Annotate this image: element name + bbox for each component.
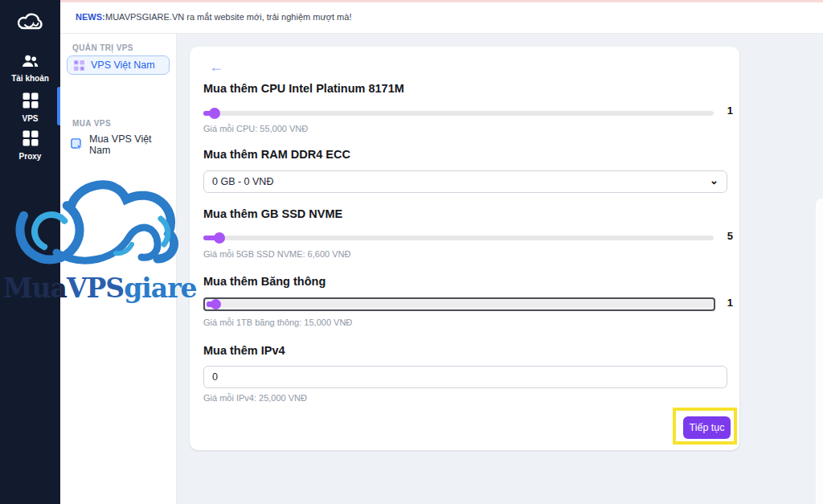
ssd-slider[interactable] <box>203 232 714 244</box>
cpu-value: 1 <box>710 104 733 117</box>
news-label: NEWS: <box>76 12 105 22</box>
highlight-annotation-box: Tiếp tục <box>673 408 737 445</box>
bandwidth-slider-thumb[interactable] <box>211 299 221 309</box>
app-window: Tài khoản VPS <box>0 0 823 504</box>
sidebar-item-vps[interactable]: VPS <box>0 92 60 123</box>
ram-selected-option: 0 GB - 0 VNĐ <box>212 176 273 187</box>
click-select-icon <box>71 138 84 151</box>
bandwidth-slider[interactable] <box>203 297 715 311</box>
ipv4-price-caption: Giá mỗi IPv4: 25,000 VNĐ <box>203 393 307 403</box>
cpu-slider-track[interactable] <box>203 111 714 116</box>
ipv4-section-title: Mua thêm IPv4 <box>203 344 285 357</box>
nav-section-title: QUẢN TRỊ VPS <box>72 43 133 52</box>
ram-section-title: Mua thêm RAM DDR4 ECC <box>203 148 350 161</box>
ipv4-quantity-input[interactable] <box>203 366 727 388</box>
ssd-section-title: Mua thêm GB SSD NVME <box>203 207 342 220</box>
sidebar-item-label: VPS <box>0 114 60 123</box>
nav-section-title: MUA VPS <box>72 119 111 128</box>
sidebar-item-label: Proxy <box>0 152 60 161</box>
bandwidth-price-caption: Giá mỗi 1TB băng thông: 15,000 VNĐ <box>203 318 352 327</box>
nav-item-label: VPS Việt Nam <box>91 59 155 71</box>
icon-sidebar: Tài khoản VPS <box>0 0 60 504</box>
ssd-value: 5 <box>710 230 733 242</box>
chevron-down-icon: ⌄ <box>710 174 719 186</box>
bandwidth-slider-track[interactable] <box>207 301 712 307</box>
cpu-slider[interactable] <box>203 108 714 119</box>
sidebar-active-indicator <box>57 87 60 125</box>
cpu-slider-thumb[interactable] <box>209 108 220 119</box>
grid-chip-icon <box>73 59 85 72</box>
ram-select[interactable]: 0 GB - 0 VNĐ ⌄ <box>203 170 727 193</box>
top-accent-strip <box>60 0 823 2</box>
back-arrow-icon[interactable]: ← <box>209 59 223 74</box>
cpu-price-caption: Giá mỗi CPU: 55,000 VNĐ <box>203 124 308 133</box>
users-icon <box>21 55 39 72</box>
bandwidth-value: 1 <box>710 297 733 309</box>
right-panel-edge <box>816 199 823 504</box>
nav-item-label: Mua VPS Việt Nam <box>89 133 170 156</box>
grid-icon <box>23 130 39 150</box>
nav-item-vps-vietnam[interactable]: VPS Việt Nam <box>67 55 170 75</box>
sidebar-item-account[interactable]: Tài khoản <box>0 55 60 83</box>
sidebar-item-proxy[interactable]: Proxy <box>0 130 60 161</box>
ssd-price-caption: Giá mỗi 5GB SSD NVME: 6,600 VNĐ <box>203 249 350 259</box>
sidebar-item-label: Tài khoản <box>0 74 60 83</box>
upgrade-form-card: ← Mua thêm CPU Intel Platinum 8171M 1 Gi… <box>190 47 739 450</box>
continue-button[interactable]: Tiếp tục <box>683 416 731 439</box>
nav-panel: QUẢN TRỊ VPS VPS Việt Nam MUA VPS <box>60 34 177 504</box>
news-bar: NEWS: MUAVPSGIARE.VN ra mắt website mới,… <box>60 0 823 34</box>
grid-icon <box>23 92 39 112</box>
ssd-slider-thumb[interactable] <box>214 232 225 244</box>
cpu-section-title: Mua thêm CPU Intel Platinum 8171M <box>203 82 404 95</box>
bandwidth-section-title: Mua thêm Băng thông <box>203 275 326 288</box>
ssd-slider-track[interactable] <box>203 236 714 240</box>
nav-item-buy-vps-vietnam[interactable]: Mua VPS Việt Nam <box>71 136 170 154</box>
news-text: MUAVPSGIARE.VN ra mắt website mới, trải … <box>105 12 351 22</box>
app-logo-icon[interactable] <box>16 10 45 34</box>
